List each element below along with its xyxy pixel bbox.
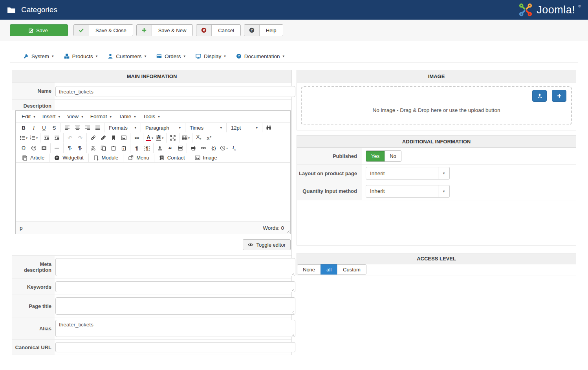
unlink-button[interactable] — [98, 133, 108, 143]
save-and-new-button[interactable]: Save & New — [136, 24, 193, 36]
superscript-button[interactable]: X2 — [204, 133, 214, 143]
cut-button[interactable] — [88, 143, 98, 153]
article-plugin-button[interactable]: Article — [18, 154, 48, 162]
align-justify-button[interactable] — [93, 123, 103, 132]
editor-menu-format[interactable]: Format▾ — [87, 112, 115, 121]
show-invisibles-button[interactable]: ¶ — [132, 143, 142, 153]
print-button[interactable] — [188, 143, 198, 153]
insert-image-button[interactable] — [119, 133, 129, 143]
menubar-item-customers[interactable]: Customers▾ — [103, 50, 151, 62]
align-right-button[interactable] — [82, 123, 93, 132]
horizontal-rule-button[interactable] — [52, 143, 62, 153]
page-title-textarea[interactable] — [55, 297, 295, 315]
editor-menu-view[interactable]: View▾ — [64, 112, 87, 121]
help-button[interactable]: ? Help — [244, 24, 283, 36]
editor-menu-edit[interactable]: Edit▾ — [18, 112, 39, 121]
menubar-item-display[interactable]: Display▾ — [191, 50, 231, 62]
menubar-item-products[interactable]: Products▾ — [59, 50, 103, 62]
published-no-button[interactable]: No — [385, 151, 401, 161]
source-code-button[interactable]: <> — [132, 133, 142, 143]
datetime-icon — [220, 145, 225, 151]
editor-content-area[interactable] — [16, 162, 290, 222]
numbered-list-button[interactable]: 123▾ — [29, 133, 39, 143]
caret-down-icon: ▾ — [33, 115, 35, 119]
image-dropzone[interactable]: No image - Drag & Drop here or use the u… — [301, 86, 572, 125]
quantity-input-select[interactable]: Inherit ▾ — [366, 185, 450, 198]
text-color-button[interactable]: A▾ — [145, 133, 155, 143]
contact-plugin-button[interactable]: Contact — [156, 154, 189, 162]
blockquote-button[interactable]: “ — [165, 143, 175, 153]
remove-format-button[interactable]: Ix — [229, 143, 239, 153]
module-plugin-button[interactable]: Module — [90, 154, 122, 162]
editor-menu-tools[interactable]: Tools▾ — [139, 112, 163, 121]
save-button[interactable]: Save — [10, 24, 68, 36]
underline-button[interactable]: U — [39, 123, 49, 132]
align-center-button[interactable] — [72, 123, 82, 132]
select-value: 12pt — [231, 125, 241, 131]
code-sample-button[interactable]: {;} — [209, 143, 219, 153]
media-button[interactable] — [39, 143, 49, 153]
access-none-button[interactable]: None — [297, 264, 321, 275]
meta-description-textarea[interactable] — [55, 258, 295, 276]
emoticons-button[interactable] — [29, 143, 39, 153]
page-title-label: Page title — [12, 295, 55, 317]
preview-button[interactable] — [198, 143, 209, 153]
menubar-item-orders[interactable]: Orders▾ — [151, 50, 191, 62]
published-yes-button[interactable]: Yes — [366, 151, 385, 161]
paragraph-select[interactable]: Paragraph▾ — [142, 123, 184, 132]
show-invisibles-icon: ¶ — [135, 146, 138, 151]
keywords-textarea[interactable] — [55, 281, 295, 292]
table-icon — [182, 135, 187, 141]
rtl-button[interactable]: ¶› — [75, 143, 85, 153]
add-image-button[interactable] — [552, 90, 566, 102]
background-color-button[interactable]: A▾ — [155, 133, 165, 143]
italic-button[interactable]: I — [29, 123, 39, 132]
strikethrough-button[interactable]: S — [49, 123, 59, 132]
resize-grip-icon[interactable] — [286, 229, 289, 233]
image-plugin-button[interactable]: Image — [191, 154, 221, 162]
indent-button[interactable] — [52, 133, 62, 143]
show-blocks-button[interactable]: ¶ — [142, 143, 152, 153]
toggle-editor-button[interactable]: Toggle editor — [243, 239, 291, 250]
bullet-list-button[interactable]: ▾ — [18, 133, 29, 143]
widgetkit-plugin-button[interactable]: Widgetkit — [51, 154, 87, 162]
copy-button[interactable] — [98, 143, 108, 153]
description-editor: Edit▾Insert▾View▾Format▾Table▾Tools▾ BIU… — [15, 110, 291, 234]
paste-button[interactable] — [108, 143, 119, 153]
template-button[interactable] — [155, 143, 165, 153]
subscript-button[interactable]: X2 — [194, 133, 204, 143]
anchor-button[interactable] — [108, 133, 119, 143]
canonical-url-input[interactable] — [55, 342, 295, 352]
font-family-select[interactable]: Times▾ — [187, 123, 225, 132]
upload-image-button[interactable] — [532, 90, 547, 102]
page-break-button[interactable] — [175, 143, 185, 153]
layout-select[interactable]: Inherit ▾ — [366, 167, 450, 180]
menubar-item-documentation[interactable]: ?Documentation▾ — [231, 50, 289, 62]
save-and-close-button[interactable]: Save & Close — [73, 24, 133, 36]
search-replace-button[interactable] — [264, 123, 274, 132]
access-all-button[interactable]: all — [321, 264, 337, 275]
cancel-button[interactable]: Cancel — [196, 24, 240, 36]
table-button[interactable]: ▾ — [181, 133, 191, 143]
align-left-button[interactable] — [62, 123, 72, 132]
keywords-label: Keywords — [12, 279, 55, 295]
name-input[interactable] — [55, 86, 295, 97]
caret-down-icon: ▾ — [224, 54, 226, 58]
fullscreen-button[interactable] — [168, 133, 178, 143]
access-custom-button[interactable]: Custom — [337, 264, 366, 275]
formats-select[interactable]: Formats▾ — [106, 123, 139, 132]
special-character-button[interactable]: Ω — [18, 143, 29, 153]
ltr-button[interactable]: ¶‹ — [65, 143, 75, 153]
menu-plugin-button[interactable]: Menu — [125, 154, 153, 162]
outdent-button[interactable] — [42, 133, 52, 143]
alias-textarea[interactable]: theater_tickets — [55, 320, 295, 337]
font-size-select[interactable]: 12pt▾ — [228, 123, 261, 132]
editor-menu-table[interactable]: Table▾ — [115, 112, 139, 121]
menubar-item-system[interactable]: System▾ — [18, 50, 59, 62]
datetime-button[interactable]: ▾ — [219, 143, 229, 153]
credit-card-icon — [156, 53, 162, 59]
paste-text-button[interactable]: T — [119, 143, 129, 153]
bold-button[interactable]: B — [18, 123, 29, 132]
editor-menu-insert[interactable]: Insert▾ — [39, 112, 64, 121]
link-button[interactable] — [88, 133, 98, 143]
